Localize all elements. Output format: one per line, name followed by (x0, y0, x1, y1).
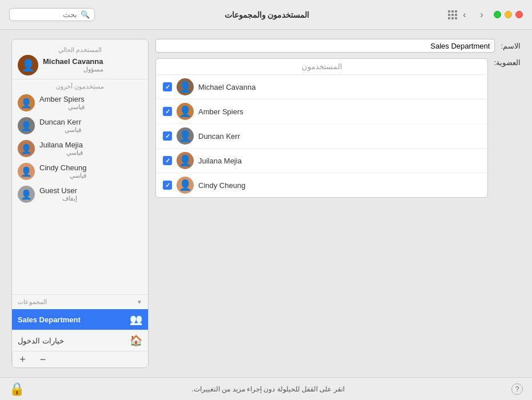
user-name: Michael Cavanna (198, 83, 255, 91)
users-list: Michael Cavanna 👤 Amber Spiers 👤 Duncan … (156, 75, 487, 197)
current-user-section: المستخدم الحالي Michael Cavanna مسؤول 👤 (12, 39, 148, 79)
sidebar-users-list: Amber Spiers قياسي 👤 Duncan Kerr قياسي 👤… (12, 91, 148, 206)
groups-list: 👥 Sales Department (12, 309, 148, 330)
window-title: المستخدمون والمجموعات (95, 10, 439, 19)
sidebar-bottom: − + (12, 351, 148, 367)
groups-header-row[interactable]: ▼ المجموعات (12, 295, 148, 309)
close-button[interactable] (515, 11, 523, 18)
search-box[interactable]: 🔍 (9, 8, 95, 21)
sidebar-user-name: Amber Spiers (39, 95, 85, 103)
current-user-section-header: المستخدم الحالي (18, 43, 142, 55)
sidebar-user-role: قياسي (39, 103, 85, 111)
traffic-lights (494, 11, 523, 18)
sidebar-user-role: قياسي (39, 149, 83, 157)
avatar: 👤 (177, 127, 194, 145)
table-row[interactable]: Cindy Cheung 👤 (156, 173, 487, 197)
table-row[interactable]: Juilana Mejia 👤 (156, 149, 487, 173)
user-name: Cindy Cheung (198, 181, 245, 190)
groups-section: ▼ المجموعات 👥 Sales Department (12, 294, 148, 330)
checkbox[interactable] (163, 107, 172, 116)
sidebar-user-info: Amber Spiers قياسي (39, 95, 85, 111)
avatar: 👤 (18, 163, 35, 180)
chevron-down-icon: ▼ (137, 299, 142, 305)
left-panel: الاسم: العضوية: المستخدمون Michael Cavan… (155, 39, 521, 368)
avatar: 👤 (177, 152, 194, 169)
other-users-section-header: مستخدمون آخرون (12, 79, 148, 91)
avatar: 👤 (18, 117, 35, 134)
current-user-role: مسؤول (43, 66, 103, 73)
grid-icon (448, 10, 457, 19)
group-icon: 👥 (130, 313, 142, 326)
current-user-name: Michael Cavanna (43, 57, 103, 66)
add-button[interactable]: + (12, 351, 33, 367)
sidebar-user-role: إيقاف (39, 195, 77, 202)
users-box: المستخدمون Michael Cavanna 👤 Amber Spier… (155, 58, 488, 198)
sidebar-user-info: Juilana Mejia قياسي (39, 141, 83, 157)
maximize-button[interactable] (494, 11, 501, 18)
help-button[interactable]: ? (511, 383, 523, 395)
list-item[interactable]: Guest User إيقاف 👤 (12, 183, 148, 206)
list-item[interactable]: Cindy Cheung قياسي 👤 (12, 160, 148, 183)
nav-back-button[interactable]: ‹ (474, 7, 489, 22)
table-row[interactable]: Amber Spiers 👤 (156, 99, 487, 124)
list-item[interactable]: Duncan Kerr قياسي 👤 (12, 114, 148, 137)
table-row[interactable]: Duncan Kerr 👤 (156, 124, 487, 149)
avatar: 👤 (18, 140, 35, 157)
name-row: الاسم: (155, 39, 521, 53)
checkbox[interactable] (163, 181, 172, 190)
name-input[interactable] (155, 39, 495, 53)
bottom-text: انقر على القفل للحيلولة دون إجراء مزيد م… (192, 385, 345, 393)
main-content: الاسم: العضوية: المستخدمون Michael Cavan… (0, 30, 532, 377)
nav-arrows: ‹ › (457, 7, 489, 22)
checkbox[interactable] (163, 82, 172, 91)
sidebar-user-name: Guest User (39, 186, 77, 195)
sidebar-user-name: Duncan Kerr (39, 118, 81, 126)
avatar: 👤 (18, 186, 35, 203)
home-icon: 🏠 (130, 334, 142, 347)
avatar: 👤 (18, 55, 38, 75)
sidebar-user-info: Guest User إيقاف (39, 186, 77, 202)
avatar: 👤 (177, 78, 194, 95)
current-user-info: Michael Cavanna مسؤول (43, 57, 103, 73)
list-item[interactable]: 👥 Sales Department (12, 309, 148, 330)
titlebar: ‹ › المستخدمون والمجموعات 🔍 (0, 0, 532, 30)
right-sidebar: المستخدم الحالي Michael Cavanna مسؤول 👤 … (11, 39, 149, 368)
search-input[interactable] (20, 10, 77, 19)
sidebar-user-name: Cindy Cheung (39, 163, 86, 172)
avatar: 👤 (18, 94, 35, 111)
user-name: Juilana Mejia (198, 157, 242, 165)
lock-area[interactable]: 🔒 (9, 382, 25, 397)
sidebar-user-info: Cindy Cheung قياسي (39, 163, 86, 179)
avatar: 👤 (177, 177, 194, 194)
users-header: المستخدمون (156, 59, 487, 75)
titlebar-left: ‹ › (457, 7, 523, 22)
login-options-row[interactable]: 🏠 خيارات الدخول (12, 330, 148, 351)
sidebar-user-role: قياسي (39, 172, 86, 179)
users-list-section: مستخدمون آخرون Amber Spiers قياسي 👤 Dunc… (12, 79, 148, 294)
membership-label: العضوية: (494, 58, 521, 67)
checkbox[interactable] (163, 156, 172, 165)
nav-forward-button[interactable]: › (457, 7, 472, 22)
lock-icon: 🔒 (9, 382, 25, 397)
group-label: Sales Department (18, 315, 81, 324)
sidebar-user-name: Juilana Mejia (39, 141, 83, 149)
name-label: الاسم: (501, 42, 521, 50)
search-icon: 🔍 (81, 10, 90, 19)
list-item[interactable]: Juilana Mejia قياسي 👤 (12, 137, 148, 160)
sidebar-user-role: قياسي (39, 126, 81, 134)
remove-button[interactable]: − (33, 351, 53, 367)
table-row[interactable]: Michael Cavanna 👤 (156, 75, 487, 99)
bottom-bar: ? انقر على القفل للحيلولة دون إجراء مزيد… (0, 377, 532, 400)
user-name: Amber Spiers (198, 107, 243, 116)
login-label: خيارات الدخول (18, 337, 64, 345)
checkbox[interactable] (163, 131, 172, 141)
current-user-row[interactable]: Michael Cavanna مسؤول 👤 (18, 55, 142, 75)
minimize-button[interactable] (505, 11, 512, 18)
sidebar-user-info: Duncan Kerr قياسي (39, 118, 81, 134)
groups-header-label: المجموعات (18, 298, 47, 306)
list-item[interactable]: Amber Spiers قياسي 👤 (12, 91, 148, 114)
membership-row: العضوية: المستخدمون Michael Cavanna 👤 Am… (155, 58, 521, 198)
avatar: 👤 (177, 103, 194, 120)
user-name: Duncan Kerr (198, 132, 240, 141)
